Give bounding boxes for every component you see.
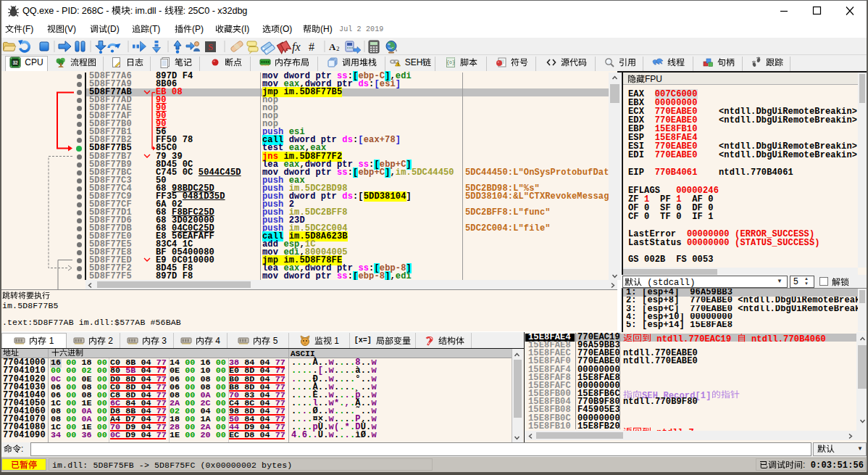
svg-text:A: A [329,41,336,52]
svg-text:2: 2 [336,45,340,52]
svg-text:32: 32 [13,60,19,65]
svg-text:#: # [309,41,314,53]
svg-text:!: ! [397,62,398,67]
svg-text:{o}: {o} [446,60,455,65]
svg-text:S: S [208,42,213,52]
svg-text:fx: fx [292,41,301,54]
